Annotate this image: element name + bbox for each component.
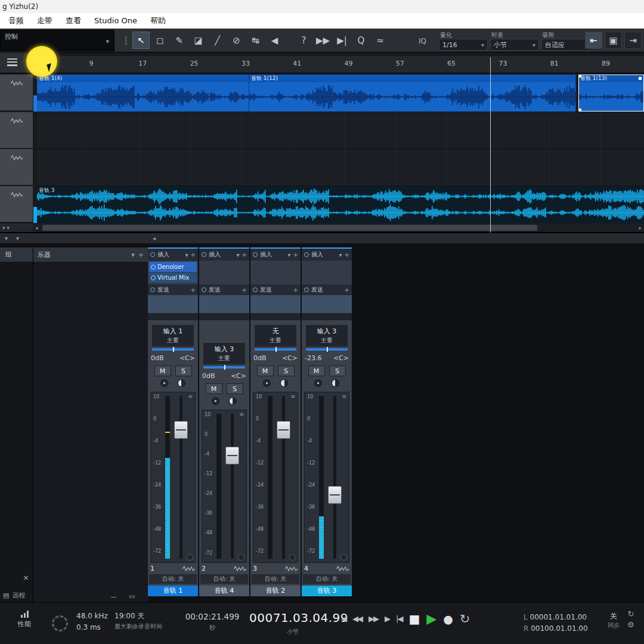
sends-header[interactable]: 发送 + (199, 284, 249, 295)
track-header-4[interactable] (0, 186, 33, 222)
input-select[interactable]: 输入 3 (306, 327, 348, 336)
add-insert-icon[interactable]: + (293, 252, 298, 258)
menu-view[interactable]: 查看 (66, 16, 81, 26)
insert-slot-denoiser[interactable]: Denoiser (149, 262, 197, 272)
menu-transport[interactable]: 走带 (37, 16, 52, 26)
solo-button[interactable]: S (175, 366, 192, 376)
iq-label[interactable]: IQ (419, 37, 426, 45)
io-box[interactable]: 输入 1 主要 (152, 325, 194, 346)
add-send-icon[interactable]: + (345, 287, 349, 293)
automation-mode[interactable]: 自动: 关 (149, 574, 197, 584)
track-lane-2[interactable] (37, 112, 644, 149)
minimize-icon[interactable]: — (110, 593, 117, 600)
track-header-3[interactable] (0, 149, 33, 185)
rewind-button[interactable]: ◀◀ (352, 614, 362, 623)
next-marker-button[interactable]: ▶ (385, 614, 389, 623)
clip-led[interactable] (238, 554, 244, 561)
track-name[interactable]: 音轨 4 (199, 586, 249, 596)
solo-button[interactable]: S (227, 383, 243, 394)
automation-mode[interactable]: 自动: 关 (200, 574, 248, 584)
return-to-start-button[interactable]: |◀ (396, 614, 402, 623)
panel-splitter[interactable]: ▾ ▾ ◂ (0, 233, 644, 243)
maximize-icon[interactable]: ▭ (129, 593, 135, 600)
track-header-1[interactable] (0, 75, 33, 111)
horizontal-scrollbar[interactable]: ◂ ▸ (33, 224, 644, 233)
fast-forward-button[interactable]: ▶▶ (369, 614, 378, 623)
io-box[interactable]: 输入 3 主要 (306, 325, 348, 346)
tab-group[interactable]: 组 (0, 247, 33, 262)
chevron-down-icon[interactable]: ▾ (237, 252, 240, 258)
track-name[interactable]: 音轨 1 (148, 586, 198, 596)
track-name[interactable]: 音轨 2 (250, 586, 301, 596)
play-button[interactable]: ▶ (426, 611, 436, 626)
automation-mode[interactable]: 自动: 关 (303, 574, 351, 584)
time-display[interactable]: 00:02:21.499 秒 (178, 611, 247, 632)
collapse-icon[interactable]: ▾ (5, 235, 8, 242)
clip-led[interactable] (340, 554, 347, 561)
paint-tool-icon[interactable]: ╱ (209, 32, 226, 49)
meter-options-icon[interactable]: ≡ (290, 394, 295, 400)
help-icon[interactable]: ? (295, 32, 312, 49)
inserts-header[interactable]: 插入 ▾+ (302, 249, 352, 261)
io-box[interactable]: 无 主要 (255, 325, 296, 346)
quantize-select[interactable]: 1/16▾ (439, 39, 488, 51)
console-view-icon[interactable]: ▣ (605, 32, 622, 49)
sends-header[interactable]: 发送 + (148, 284, 198, 295)
add-insert-icon[interactable]: + (191, 252, 196, 258)
meter-options-icon[interactable]: ≡ (239, 411, 244, 417)
fader-track[interactable] (282, 396, 285, 559)
pan-value[interactable]: <C> (231, 372, 246, 380)
output-select[interactable]: 主要 (306, 336, 348, 345)
bend-tool-icon[interactable]: ↹ (247, 32, 264, 49)
hamburger-menu-icon[interactable] (7, 58, 17, 66)
menu-help[interactable]: 帮助 (150, 16, 166, 26)
inserts-header[interactable]: 插入 ▾+ (250, 249, 301, 261)
position-display[interactable]: 00071.03.04.99 小节 (249, 609, 336, 637)
menu-studio-one[interactable]: Studio One (94, 16, 137, 25)
autoscroll-icon[interactable]: ⇤ (585, 32, 602, 49)
scroll-left-icon[interactable]: ◂ (35, 225, 38, 231)
pan-value[interactable]: <C> (179, 354, 195, 362)
record-button[interactable]: ● (443, 612, 453, 626)
add-icon[interactable]: + (138, 251, 144, 259)
fader-handle[interactable] (328, 486, 342, 504)
chevron-down-icon[interactable]: ▾ (339, 252, 342, 258)
fader-track[interactable] (333, 396, 336, 559)
clip-led[interactable] (289, 554, 296, 561)
automation-mode[interactable]: 自动: 关 (252, 574, 299, 584)
power-icon[interactable] (150, 287, 155, 292)
power-icon[interactable] (304, 252, 309, 257)
power-icon[interactable] (150, 252, 155, 257)
scroll-right-icon[interactable]: ▸ (639, 225, 642, 231)
pan-knob[interactable] (332, 379, 339, 387)
output-select[interactable]: 主要 (255, 336, 296, 345)
fader-handle[interactable] (174, 421, 188, 439)
pan-knob[interactable] (280, 379, 288, 387)
solo-button[interactable]: S (278, 366, 295, 376)
performance-indicator[interactable]: 性能 (11, 611, 38, 628)
clip-handle[interactable] (578, 109, 581, 112)
collapse-icon[interactable]: ▾ (16, 235, 19, 242)
gain-value[interactable]: 0dB (202, 372, 215, 380)
gain-value[interactable]: -23.6 (305, 354, 321, 362)
fader-track[interactable] (179, 396, 182, 559)
close-icon[interactable]: × (23, 573, 29, 582)
range-tool-icon[interactable]: ◻ (151, 32, 169, 49)
mute-button[interactable]: M (308, 366, 325, 376)
meter-options-icon[interactable]: ≡ (342, 394, 346, 400)
input-gain-knob[interactable] (263, 379, 271, 387)
mute-button[interactable]: M (257, 366, 274, 376)
track-name[interactable]: 音轨 3 (302, 586, 352, 596)
output-select[interactable]: 主要 (152, 336, 194, 345)
add-send-icon[interactable]: + (293, 287, 298, 293)
solo-button[interactable]: S (329, 366, 346, 376)
next-view-icon[interactable]: ⇥ (624, 32, 642, 49)
quantize-tool-icon[interactable]: Q (352, 32, 370, 49)
browser-header[interactable]: 乐器 ▾ + (33, 247, 148, 262)
sends-header[interactable]: 发送 + (302, 284, 352, 295)
audio-clip-1[interactable]: 音轨 1(4) (37, 75, 249, 112)
clip-handle[interactable] (578, 75, 581, 78)
io-box[interactable]: 输入 3 主要 (203, 343, 245, 364)
tempo-tool-icon[interactable]: ≈ (371, 32, 389, 49)
sends-header[interactable]: 发送 + (250, 284, 301, 295)
